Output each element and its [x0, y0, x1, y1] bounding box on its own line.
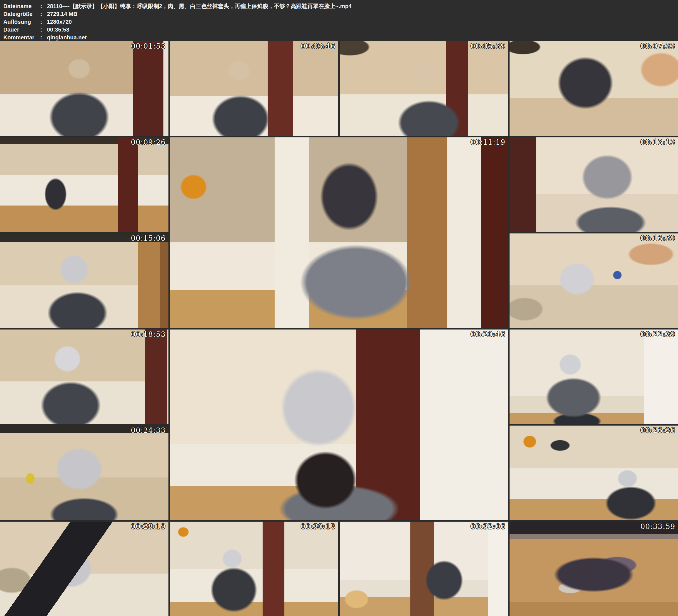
- meta-row-dateiname: Dateiname:28110----【默示录】【小阳】纯享：呼吸限制2，肉、黑…: [3, 2, 678, 10]
- field-label: Kommentar: [3, 34, 40, 41]
- thumbnail-timestamp: 00:03:46: [301, 42, 336, 50]
- video-thumbnail-1[interactable]: 00:01:53: [0, 41, 168, 136]
- thumbnail-timestamp: 00:18:53: [131, 330, 166, 339]
- thumbnail-timestamp: 00:28:19: [131, 522, 166, 531]
- comment-value: qinglanhua.net: [47, 34, 678, 41]
- video-thumbnail-2[interactable]: 00:03:46: [170, 41, 338, 136]
- video-thumbnail-11-large[interactable]: 00:20:46: [170, 330, 508, 520]
- video-thumbnail-3[interactable]: 00:05:39: [340, 41, 508, 136]
- video-thumbnail-13[interactable]: 00:24:33: [0, 426, 168, 520]
- thumbnail-timestamp: 00:33:59: [640, 522, 675, 531]
- thumbnail-timestamp: 00:26:26: [640, 426, 675, 434]
- field-label: Auflösung: [3, 18, 40, 26]
- thumbnail-timestamp: 00:01:53: [131, 42, 166, 50]
- video-thumbnail-5[interactable]: 00:09:26: [0, 138, 168, 232]
- video-thumbnail-16[interactable]: 00:30:13: [170, 522, 338, 616]
- meta-row-aufloesung: Auflösung:1280x720: [3, 18, 678, 26]
- video-thumbnail-8[interactable]: 00:15:06: [0, 233, 168, 328]
- field-label: Dateigröße: [3, 10, 40, 18]
- meta-row-dateigroesse: Dateigröße:2729.14 MB: [3, 10, 678, 18]
- field-separator: :: [40, 2, 47, 10]
- thumbnail-timestamp: 00:24:33: [131, 426, 166, 434]
- video-thumbnail-9[interactable]: 00:16:59: [510, 233, 678, 328]
- thumbnail-timestamp: 00:11:19: [470, 138, 505, 146]
- video-thumbnail-18[interactable]: 00:33:59: [510, 522, 678, 616]
- thumbnail-timestamp: 00:07:33: [640, 42, 675, 50]
- thumbnail-timestamp: 00:16:59: [640, 234, 675, 242]
- resolution-value: 1280x720: [47, 18, 678, 26]
- contact-sheet-page: { "page": { "background": "#2b2b2b", "he…: [0, 0, 678, 616]
- thumbnail-timestamp: 00:13:13: [640, 138, 675, 146]
- field-separator: :: [40, 34, 47, 41]
- meta-row-dauer: Dauer:00:35:53: [3, 26, 678, 34]
- field-label: Dateiname: [3, 2, 40, 10]
- field-separator: :: [40, 10, 47, 18]
- thumbnail-timestamp: 00:32:06: [470, 522, 505, 531]
- thumbnail-timestamp: 00:20:46: [470, 330, 505, 339]
- file-metadata-header: Dateiname:28110----【默示录】【小阳】纯享：呼吸限制2，肉、黑…: [0, 0, 678, 41]
- thumbnail-timestamp: 00:22:39: [640, 330, 675, 339]
- thumbnail-timestamp: 00:09:26: [131, 138, 166, 146]
- field-label: Dauer: [3, 26, 40, 34]
- thumbnail-timestamp: 00:15:06: [131, 234, 166, 242]
- video-thumbnail-17[interactable]: 00:32:06: [340, 522, 508, 616]
- video-thumbnail-12[interactable]: 00:22:39: [510, 330, 678, 424]
- duration-value: 00:35:53: [47, 26, 678, 34]
- meta-row-kommentar: Kommentar:qinglanhua.net: [3, 34, 678, 41]
- video-thumbnail-14[interactable]: 00:26:26: [510, 426, 678, 520]
- file-name-value: 28110----【默示录】【小阳】纯享：呼吸限制2，肉、黑、白三色丝袜套头，再…: [47, 2, 678, 10]
- field-separator: :: [40, 18, 47, 26]
- video-thumbnail-10[interactable]: 00:18:53: [0, 330, 168, 424]
- thumbnail-timestamp: 00:05:39: [470, 42, 505, 50]
- video-thumbnail-4[interactable]: 00:07:33: [510, 41, 678, 136]
- thumbnail-timestamp: 00:30:13: [301, 522, 336, 531]
- field-separator: :: [40, 26, 47, 34]
- file-size-value: 2729.14 MB: [47, 10, 678, 18]
- video-thumbnail-15[interactable]: 00:28:19: [0, 522, 168, 616]
- thumbnail-grid: 00:01:53 00:03:46 00:05:39 00:07:33 00:0…: [0, 41, 678, 616]
- video-thumbnail-7[interactable]: 00:13:13: [510, 138, 678, 232]
- video-thumbnail-6-large[interactable]: 00:11:19: [170, 138, 508, 328]
